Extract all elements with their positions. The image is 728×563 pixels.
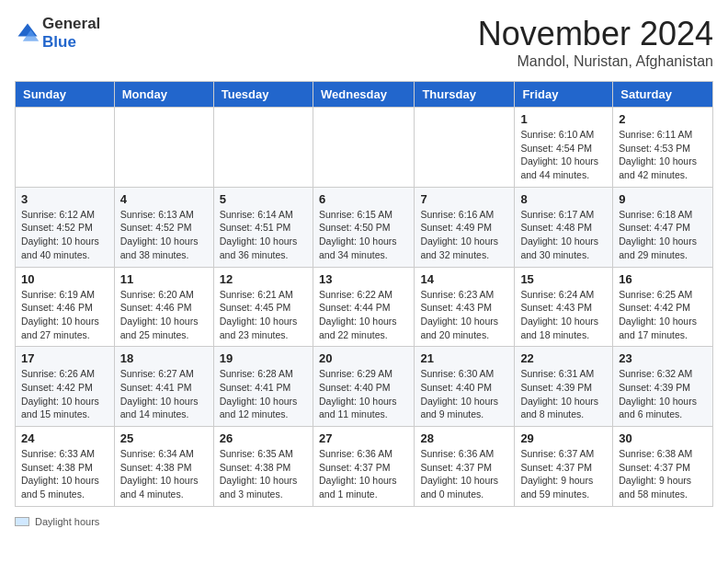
day-info: Sunrise: 6:36 AM Sunset: 4:37 PM Dayligh…: [420, 447, 508, 501]
calendar-cell: [213, 108, 313, 188]
day-number: 25: [120, 431, 208, 445]
day-info: Sunrise: 6:18 AM Sunset: 4:47 PM Dayligh…: [619, 208, 707, 262]
calendar-cell: 19Sunrise: 6:28 AM Sunset: 4:41 PM Dayli…: [213, 347, 313, 427]
calendar-cell: 30Sunrise: 6:38 AM Sunset: 4:37 PM Dayli…: [613, 427, 713, 507]
day-info: Sunrise: 6:37 AM Sunset: 4:37 PM Dayligh…: [520, 447, 607, 501]
calendar-cell: 3Sunrise: 6:12 AM Sunset: 4:52 PM Daylig…: [16, 187, 115, 267]
day-info: Sunrise: 6:24 AM Sunset: 4:43 PM Dayligh…: [520, 288, 607, 342]
calendar-week-4: 17Sunrise: 6:26 AM Sunset: 4:42 PM Dayli…: [16, 347, 713, 427]
calendar-cell: 23Sunrise: 6:32 AM Sunset: 4:39 PM Dayli…: [613, 347, 713, 427]
calendar-table: SundayMondayTuesdayWednesdayThursdayFrid…: [15, 81, 713, 507]
calendar-body: 1Sunrise: 6:10 AM Sunset: 4:54 PM Daylig…: [16, 108, 713, 507]
day-info: Sunrise: 6:38 AM Sunset: 4:37 PM Dayligh…: [619, 447, 707, 501]
calendar-cell: 25Sunrise: 6:34 AM Sunset: 4:38 PM Dayli…: [114, 427, 213, 507]
day-info: Sunrise: 6:17 AM Sunset: 4:48 PM Dayligh…: [520, 208, 607, 262]
day-info: Sunrise: 6:15 AM Sunset: 4:50 PM Dayligh…: [319, 208, 408, 262]
calendar-cell: 24Sunrise: 6:33 AM Sunset: 4:38 PM Dayli…: [16, 427, 115, 507]
col-header-thursday: Thursday: [415, 82, 515, 108]
day-info: Sunrise: 6:10 AM Sunset: 4:54 PM Dayligh…: [520, 128, 607, 182]
calendar-cell: 20Sunrise: 6:29 AM Sunset: 4:40 PM Dayli…: [313, 347, 414, 427]
calendar-cell: 17Sunrise: 6:26 AM Sunset: 4:42 PM Dayli…: [16, 347, 115, 427]
day-number: 30: [619, 431, 707, 445]
page-header: General Blue November 2024 Mandol, Nuris…: [15, 15, 713, 70]
calendar-cell: 21Sunrise: 6:30 AM Sunset: 4:40 PM Dayli…: [415, 347, 515, 427]
day-number: 4: [120, 192, 208, 206]
calendar-cell: 16Sunrise: 6:25 AM Sunset: 4:42 PM Dayli…: [613, 267, 713, 347]
day-info: Sunrise: 6:32 AM Sunset: 4:39 PM Dayligh…: [619, 367, 707, 421]
calendar-cell: 6Sunrise: 6:15 AM Sunset: 4:50 PM Daylig…: [313, 187, 414, 267]
day-number: 9: [619, 192, 707, 206]
calendar-cell: 7Sunrise: 6:16 AM Sunset: 4:49 PM Daylig…: [415, 187, 515, 267]
day-info: Sunrise: 6:23 AM Sunset: 4:43 PM Dayligh…: [420, 288, 508, 342]
calendar-cell: 28Sunrise: 6:36 AM Sunset: 4:37 PM Dayli…: [415, 427, 515, 507]
calendar-cell: 1Sunrise: 6:10 AM Sunset: 4:54 PM Daylig…: [515, 108, 613, 188]
day-number: 10: [21, 272, 108, 286]
calendar-cell: [415, 108, 515, 188]
day-number: 24: [21, 431, 108, 445]
day-number: 14: [420, 272, 508, 286]
day-info: Sunrise: 6:33 AM Sunset: 4:38 PM Dayligh…: [21, 447, 108, 501]
calendar-cell: 2Sunrise: 6:11 AM Sunset: 4:53 PM Daylig…: [613, 108, 713, 188]
day-info: Sunrise: 6:11 AM Sunset: 4:53 PM Dayligh…: [619, 128, 707, 182]
day-info: Sunrise: 6:12 AM Sunset: 4:52 PM Dayligh…: [21, 208, 108, 262]
calendar-cell: 15Sunrise: 6:24 AM Sunset: 4:43 PM Dayli…: [515, 267, 613, 347]
day-info: Sunrise: 6:13 AM Sunset: 4:52 PM Dayligh…: [120, 208, 208, 262]
calendar-week-1: 1Sunrise: 6:10 AM Sunset: 4:54 PM Daylig…: [16, 108, 713, 188]
day-info: Sunrise: 6:36 AM Sunset: 4:37 PM Dayligh…: [319, 447, 408, 501]
day-info: Sunrise: 6:21 AM Sunset: 4:45 PM Dayligh…: [220, 288, 307, 342]
calendar-cell: 22Sunrise: 6:31 AM Sunset: 4:39 PM Dayli…: [515, 347, 613, 427]
calendar-cell: 9Sunrise: 6:18 AM Sunset: 4:47 PM Daylig…: [613, 187, 713, 267]
day-info: Sunrise: 6:28 AM Sunset: 4:41 PM Dayligh…: [220, 367, 307, 421]
logo-blue-text: Blue: [42, 33, 76, 51]
day-number: 23: [619, 351, 707, 365]
day-number: 21: [420, 351, 508, 365]
day-number: 6: [319, 192, 408, 206]
col-header-sunday: Sunday: [16, 82, 115, 108]
calendar-cell: 26Sunrise: 6:35 AM Sunset: 4:38 PM Dayli…: [213, 427, 313, 507]
day-number: 20: [319, 351, 408, 365]
day-number: 5: [220, 192, 307, 206]
day-info: Sunrise: 6:20 AM Sunset: 4:46 PM Dayligh…: [120, 288, 208, 342]
day-info: Sunrise: 6:27 AM Sunset: 4:41 PM Dayligh…: [120, 367, 208, 421]
day-number: 29: [520, 431, 607, 445]
calendar-cell: 14Sunrise: 6:23 AM Sunset: 4:43 PM Dayli…: [415, 267, 515, 347]
day-number: 15: [520, 272, 607, 286]
calendar-cell: [114, 108, 213, 188]
calendar-cell: 11Sunrise: 6:20 AM Sunset: 4:46 PM Dayli…: [114, 267, 213, 347]
day-info: Sunrise: 6:29 AM Sunset: 4:40 PM Dayligh…: [319, 367, 408, 421]
logo-general-text: General: [42, 15, 100, 33]
logo-icon: [15, 20, 40, 46]
legend: Daylight hours: [15, 516, 713, 527]
calendar-week-3: 10Sunrise: 6:19 AM Sunset: 4:46 PM Dayli…: [16, 267, 713, 347]
day-number: 8: [520, 192, 607, 206]
day-info: Sunrise: 6:22 AM Sunset: 4:44 PM Dayligh…: [319, 288, 408, 342]
calendar-cell: 12Sunrise: 6:21 AM Sunset: 4:45 PM Dayli…: [213, 267, 313, 347]
day-number: 12: [220, 272, 307, 286]
day-number: 22: [520, 351, 607, 365]
calendar-cell: 4Sunrise: 6:13 AM Sunset: 4:52 PM Daylig…: [114, 187, 213, 267]
day-number: 16: [619, 272, 707, 286]
col-header-saturday: Saturday: [613, 82, 713, 108]
day-number: 13: [319, 272, 408, 286]
day-number: 7: [420, 192, 508, 206]
header-row: SundayMondayTuesdayWednesdayThursdayFrid…: [16, 82, 713, 108]
col-header-monday: Monday: [114, 82, 213, 108]
calendar-header: SundayMondayTuesdayWednesdayThursdayFrid…: [16, 82, 713, 108]
day-number: 2: [619, 112, 707, 126]
day-info: Sunrise: 6:19 AM Sunset: 4:46 PM Dayligh…: [21, 288, 108, 342]
calendar-cell: 10Sunrise: 6:19 AM Sunset: 4:46 PM Dayli…: [16, 267, 115, 347]
logo: General Blue: [15, 15, 100, 52]
day-number: 27: [319, 431, 408, 445]
col-header-wednesday: Wednesday: [313, 82, 414, 108]
day-number: 11: [120, 272, 208, 286]
calendar-cell: 8Sunrise: 6:17 AM Sunset: 4:48 PM Daylig…: [515, 187, 613, 267]
calendar-cell: [16, 108, 115, 188]
day-number: 17: [21, 351, 108, 365]
month-title: November 2024: [478, 15, 713, 53]
day-info: Sunrise: 6:25 AM Sunset: 4:42 PM Dayligh…: [619, 288, 707, 342]
day-number: 19: [220, 351, 307, 365]
calendar-cell: 13Sunrise: 6:22 AM Sunset: 4:44 PM Dayli…: [313, 267, 414, 347]
day-info: Sunrise: 6:16 AM Sunset: 4:49 PM Dayligh…: [420, 208, 508, 262]
legend-box: [15, 517, 29, 526]
calendar-cell: [313, 108, 414, 188]
